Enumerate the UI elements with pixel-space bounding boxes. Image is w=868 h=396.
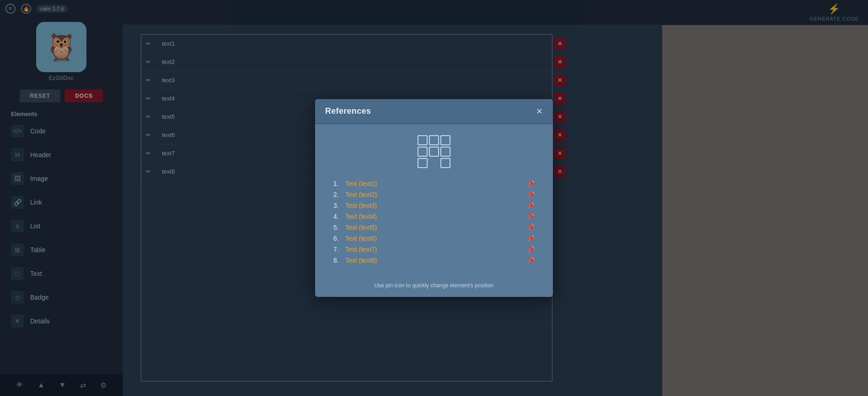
list-item: 7. Text (text7) 📌 <box>333 244 535 255</box>
ref-item-left-8: 8. Text (text8) <box>333 257 377 264</box>
ref-item-left-3: 3. Text (text3) <box>333 202 377 209</box>
list-item: 2. Text (text2) 📌 <box>333 189 535 200</box>
modal-title: References <box>325 106 371 116</box>
ref-link-2[interactable]: Text (text2) <box>345 191 377 198</box>
grid-cell-8 <box>429 158 439 168</box>
ref-num-4: 4. <box>333 213 343 220</box>
modal-body: 1. Text (text1) 📌 2. Text (text2) 📌 3. <box>315 124 553 277</box>
pin-icon-5[interactable]: 📌 <box>527 224 535 231</box>
references-modal: References ✕ 1. Text (text1) <box>315 99 553 297</box>
ref-link-3[interactable]: Text (text3) <box>345 202 377 209</box>
modal-overlay[interactable]: References ✕ 1. Text (text1) <box>0 0 868 396</box>
footer-hint: Use pin icon to quickly change element's… <box>374 282 493 289</box>
modal-header: References ✕ <box>315 99 553 124</box>
ref-num-2: 2. <box>333 191 343 198</box>
ref-num-3: 3. <box>333 202 343 209</box>
ref-num-1: 1. <box>333 180 343 187</box>
references-list: 1. Text (text1) 📌 2. Text (text2) 📌 3. <box>329 178 539 266</box>
pin-icon-7[interactable]: 📌 <box>527 246 535 253</box>
ref-link-4[interactable]: Text (text4) <box>345 213 377 220</box>
ref-num-7: 7. <box>333 246 343 253</box>
pin-icon-1[interactable]: 📌 <box>527 180 535 187</box>
grid-cell-7 <box>418 158 428 168</box>
grid-cell-2 <box>429 135 439 145</box>
ref-link-8[interactable]: Text (text8) <box>345 257 377 264</box>
grid-cell-4 <box>418 147 428 157</box>
grid-icon <box>418 135 450 168</box>
pin-icon-2[interactable]: 📌 <box>527 191 535 198</box>
grid-cell-9 <box>440 158 450 168</box>
list-item: 1. Text (text1) 📌 <box>333 178 535 189</box>
list-item: 3. Text (text3) 📌 <box>333 200 535 211</box>
list-item: 5. Text (text5) 📌 <box>333 222 535 233</box>
pin-icon-8[interactable]: 📌 <box>527 257 535 264</box>
ref-item-left-7: 7. Text (text7) <box>333 246 377 253</box>
pin-icon-6[interactable]: 📌 <box>527 235 535 242</box>
pin-icon-3[interactable]: 📌 <box>527 202 535 209</box>
ref-num-6: 6. <box>333 235 343 242</box>
modal-footer: Use pin icon to quickly change element's… <box>315 277 553 297</box>
ref-link-6[interactable]: Text (text6) <box>345 235 377 242</box>
ref-link-1[interactable]: Text (text1) <box>345 180 377 187</box>
ref-item-left-6: 6. Text (text6) <box>333 235 377 242</box>
grid-cell-1 <box>418 135 428 145</box>
ref-item-left-4: 4. Text (text4) <box>333 213 377 220</box>
list-item: 8. Text (text8) 📌 <box>333 255 535 266</box>
list-item: 4. Text (text4) 📌 <box>333 211 535 222</box>
ref-item-left-1: 1. Text (text1) <box>333 180 377 187</box>
grid-cell-3 <box>440 135 450 145</box>
ref-link-5[interactable]: Text (text5) <box>345 224 377 231</box>
grid-cell-6 <box>440 147 450 157</box>
ref-item-left-5: 5. Text (text5) <box>333 224 377 231</box>
list-item: 6. Text (text6) 📌 <box>333 233 535 244</box>
ref-num-5: 5. <box>333 224 343 231</box>
ref-link-7[interactable]: Text (text7) <box>345 246 377 253</box>
modal-close-button[interactable]: ✕ <box>536 107 543 116</box>
pin-icon-4[interactable]: 📌 <box>527 213 535 220</box>
ref-item-left-2: 2. Text (text2) <box>333 191 377 198</box>
ref-num-8: 8. <box>333 257 343 264</box>
grid-cell-5 <box>429 147 439 157</box>
